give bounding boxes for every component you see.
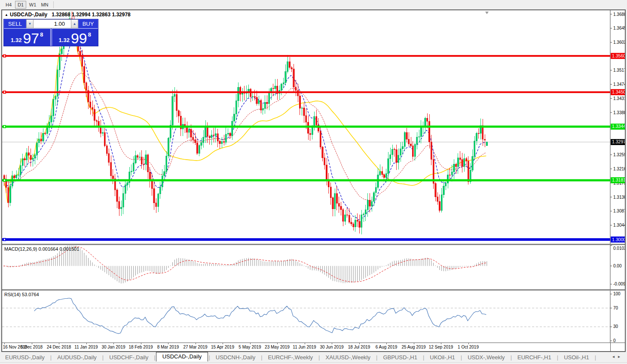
time-axis-tick — [32, 343, 32, 344]
time-axis-label: 12 Sep 2019 — [429, 345, 453, 349]
buy-button[interactable]: BUY — [78, 19, 98, 28]
timeframe-button-w1[interactable]: W1 — [27, 1, 38, 9]
svg-text:1.33880: 1.33880 — [613, 110, 625, 115]
volume-increase-button[interactable]: ▲ — [71, 19, 78, 28]
timeframe-toolbar: H4D1W1MN — [0, 0, 627, 9]
chart-tab-usdcnh-daily[interactable]: USDCNH-,Daily — [211, 353, 260, 361]
time-axis-tick — [386, 343, 387, 344]
axis-separator — [610, 343, 611, 352]
timeframe-button-d1[interactable]: D1 — [15, 1, 26, 9]
sell-price-prefix: 1.32 — [11, 37, 21, 43]
status-strip — [0, 362, 627, 364]
macd-indicator-label: MACD(12,26,9) 0.001664 0.001501 — [4, 246, 79, 252]
chart-tab-eurusd-daily[interactable]: EURUSD-,Daily — [0, 353, 50, 361]
time-axis-tick — [332, 343, 332, 344]
chart-tab-usdcad-daily[interactable]: USDCAD-,Daily — [156, 352, 208, 361]
time-axis-tick — [305, 343, 305, 344]
macd-panel-canvas[interactable]: 0.0103110.00-0.00920 — [2, 245, 625, 289]
time-axis-tick — [223, 343, 223, 344]
time-axis-label: 27 Mar 2019 — [183, 345, 207, 349]
chart-tab-usdx-weekly[interactable]: USDX-,Weekly — [462, 353, 510, 361]
volume-input[interactable] — [34, 19, 71, 28]
time-axis-tick — [113, 343, 114, 344]
chart-tab-ukoil-h1[interactable]: UKOil-,H1 — [425, 353, 460, 361]
chart-tab-usdchf-daily[interactable]: USDCHF-,Daily — [104, 353, 153, 361]
chart-ohlc-header: ▲USDCAD-,Daily1.32868 1.32994 1.32863 1.… — [5, 12, 131, 18]
time-axis-tick — [59, 343, 59, 344]
svg-text:1.35606: 1.35606 — [612, 53, 625, 58]
svg-text:1.36880: 1.36880 — [613, 12, 625, 17]
scroll-left-icon: ◂ — [612, 354, 618, 359]
svg-text:1.36020: 1.36020 — [613, 40, 625, 45]
collapse-triangle-icon[interactable]: ▲ — [5, 13, 8, 17]
time-axis-label: 30 Jan 2019 — [101, 345, 125, 349]
svg-text:1.35170: 1.35170 — [613, 68, 625, 73]
svg-text:1.32978: 1.32978 — [612, 139, 625, 144]
time-axis-label: 18 Feb 2019 — [128, 345, 153, 349]
chart-tab-xauusd-weekly[interactable]: XAUUSD-,Weekly — [321, 353, 376, 361]
svg-text:1.32160: 1.32160 — [613, 167, 625, 171]
tab-scroll-arrows[interactable]: ◂▸ — [612, 354, 624, 359]
svg-text:0.010311: 0.010311 — [613, 246, 625, 251]
time-axis-label: 23 May 2019 — [265, 345, 290, 349]
time-axis-label: 8 Mar 2019 — [157, 345, 179, 349]
rsi-panel-canvas[interactable]: 10070300 — [2, 291, 625, 343]
time-axis-tick — [4, 343, 5, 344]
svg-text:1.33449: 1.33449 — [612, 124, 625, 129]
chevron-up-icon: ▲ — [73, 22, 76, 26]
svg-text:1.30004: 1.30004 — [612, 237, 625, 242]
time-axis-label: 11 Jun 2019 — [293, 345, 316, 349]
time-axis-tick — [441, 343, 441, 344]
timeframe-button-h4[interactable]: H4 — [3, 1, 14, 9]
chart-tab-eurchf-weekly[interactable]: EURCHF-,Weekly — [263, 353, 318, 361]
time-axis-tick — [141, 343, 141, 344]
svg-text:1.31300: 1.31300 — [613, 195, 625, 200]
buy-price-main: 99 — [71, 32, 87, 45]
buy-price-pipette: 8 — [88, 31, 91, 38]
sell-price-pipette: 8 — [40, 31, 43, 38]
time-axis-tick — [468, 343, 469, 344]
chart-tab-gbpusd-h1[interactable]: GBPUSD-,H1 — [378, 353, 422, 361]
svg-text:30: 30 — [613, 324, 618, 329]
time-axis-label: 6 Aug 2019 — [376, 345, 398, 349]
time-axis: 16 Nov 20185 Dec 201824 Dec 201811 Jan 2… — [2, 343, 625, 351]
svg-text:1.30440: 1.30440 — [613, 223, 625, 228]
sell-price-display: 1.32 97 8 — [4, 28, 51, 46]
time-axis-tick — [168, 343, 168, 344]
time-axis-label: 15 Apr 2019 — [211, 345, 234, 349]
svg-text:70: 70 — [613, 306, 618, 310]
time-axis-label: 5 May 2019 — [239, 345, 261, 349]
tab-separator: | — [594, 354, 596, 361]
time-axis-tick — [359, 343, 360, 344]
chart-ohlc-values: 1.32868 1.32994 1.32863 1.32978 — [52, 12, 131, 18]
svg-text:100: 100 — [613, 291, 621, 296]
svg-text:1.31812: 1.31812 — [612, 177, 625, 182]
time-axis-label: 5 Dec 2018 — [21, 345, 43, 349]
chart-tab-audusd-daily[interactable]: AUDUSD-,Daily — [52, 353, 102, 361]
time-axis-tick — [250, 343, 251, 344]
timeframe-button-mn[interactable]: MN — [39, 1, 50, 9]
sell-price-main: 97 — [23, 32, 39, 45]
one-click-trading-panel: SELL ▼ ▲ BUY 1.32 97 8 1.32 99 8 — [3, 19, 98, 46]
time-axis-label: 18 Jul 2019 — [348, 345, 370, 349]
chart-title: USDCAD-,Daily — [10, 12, 47, 18]
chart-tab-bar: EURUSD-,Daily|AUDUSD-,Daily|USDCHF-,Dail… — [0, 352, 627, 362]
buy-price-display: 1.32 99 8 — [52, 28, 98, 46]
volume-stepper: ▼ ▲ — [26, 19, 78, 28]
toolbar-separator — [53, 1, 54, 8]
time-axis-label: 30 Jun 2019 — [320, 345, 343, 349]
time-axis-tick — [86, 343, 87, 344]
time-axis-tick — [196, 343, 196, 344]
scroll-right-icon: ▸ — [618, 354, 624, 359]
svg-text:0: 0 — [613, 338, 616, 343]
svg-text:1.36450: 1.36450 — [613, 26, 625, 30]
svg-text:1.34740: 1.34740 — [613, 82, 625, 87]
chart-tab-eurchf-h1[interactable]: EURCHF-,H1 — [512, 353, 557, 361]
buy-price-prefix: 1.32 — [59, 37, 70, 43]
svg-text:1.34310: 1.34310 — [613, 96, 625, 101]
time-axis-label: 24 Dec 2018 — [47, 345, 71, 349]
volume-decrease-button[interactable]: ▼ — [26, 19, 34, 28]
svg-text:0.00: 0.00 — [613, 264, 622, 268]
chart-tab-usoil-h1[interactable]: USOil-,H1 — [559, 353, 594, 361]
sell-button[interactable]: SELL — [4, 19, 26, 28]
